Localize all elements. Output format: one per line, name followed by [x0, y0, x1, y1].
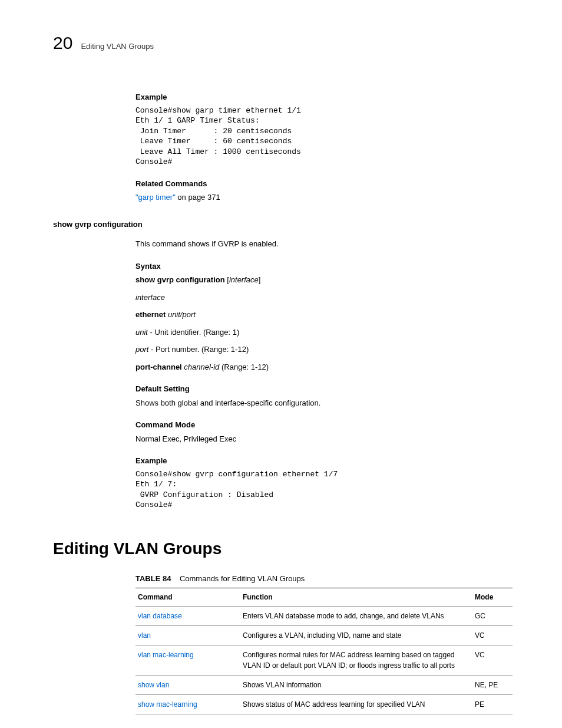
page-header: 20 Editing VLAN Groups	[53, 29, 509, 56]
cmd-mode: NE, PE	[472, 676, 513, 695]
chapter-number: 20	[53, 29, 72, 56]
example-heading-1: Example	[135, 91, 509, 103]
syntax-cmd-bold: show gvrp configuration	[135, 275, 225, 284]
related-commands-heading: Related Commands	[135, 178, 509, 190]
syntax-port: port - Port number. (Range: 1-12)	[135, 344, 509, 355]
syntax-pc-em: channel-id	[182, 363, 220, 371]
command-mode-heading: Command Mode	[135, 419, 509, 431]
table-label: TABLE 84	[135, 574, 171, 583]
default-setting-heading: Default Setting	[135, 383, 509, 395]
command-mode-text: Normal Exec, Privileged Exec	[135, 433, 509, 445]
main-heading: Editing VLAN Groups	[53, 536, 509, 561]
syntax-unit-desc: - Unit identifier. (Range: 1)	[148, 328, 239, 337]
table-caption: TABLE 84 Commands for Editing VLAN Group…	[135, 573, 509, 585]
syntax-interface-em2: interface	[135, 293, 165, 302]
syntax-ethernet-rest: unit/port	[166, 310, 196, 319]
default-setting-text: Shows both global and interface-specific…	[135, 397, 509, 409]
table-caption-text: Commands for Editing VLAN Groups	[180, 574, 305, 583]
related-command-link[interactable]: "garp timer"	[135, 193, 176, 202]
syntax-unit: unit - Unit identifier. (Range: 1)	[135, 327, 509, 338]
table-header-command: Command	[135, 588, 240, 607]
table-row: vlan Configures a VLAN, including VID, n…	[135, 626, 513, 645]
syntax-unit-em: unit	[135, 328, 148, 337]
syntax-pc-desc: (Range: 1-12)	[219, 363, 269, 371]
syntax-interface-em: interface	[229, 275, 259, 284]
page-content: Example Console#show garp timer ethernet…	[135, 91, 509, 714]
related-commands-line: "garp timer" on page 371	[135, 192, 509, 203]
syntax-ethernet: ethernet unit/port	[135, 309, 509, 321]
syntax-heading: Syntax	[135, 261, 509, 272]
example-heading-2: Example	[135, 455, 509, 467]
command-description: This command shows if GVRP is enabled.	[135, 238, 509, 250]
cmd-func: Enters VLAN database mode to add, change…	[240, 607, 472, 626]
table-row: vlan database Enters VLAN database mode …	[135, 607, 513, 626]
syntax-port-em: port	[135, 345, 148, 354]
cmd-func: Configures a VLAN, including VID, name a…	[240, 626, 472, 645]
commands-table: Command Function Mode vlan database Ente…	[135, 588, 513, 714]
cmd-func: Shows status of MAC address learning for…	[240, 695, 472, 714]
cmd-link[interactable]: show mac-learning	[138, 700, 197, 709]
cmd-mode: VC	[472, 626, 513, 645]
syntax-ethernet-bold: ethernet	[135, 310, 166, 319]
table-header-row: Command Function Mode	[135, 588, 513, 607]
cmd-link[interactable]: vlan database	[138, 612, 182, 620]
cmd-link[interactable]: show vlan	[138, 681, 169, 689]
syntax-interface: interface	[135, 292, 509, 304]
syntax-line: show gvrp configuration [interface]	[135, 274, 509, 286]
table-row: show vlan Shows VLAN information NE, PE	[135, 676, 513, 695]
console-output-2: Console#show gvrp configuration ethernet…	[135, 469, 509, 510]
table-header-mode: Mode	[472, 588, 513, 607]
syntax-pc-bold: port-channel	[135, 363, 182, 371]
cmd-mode: VC	[472, 645, 513, 676]
cmd-link[interactable]: vlan	[138, 631, 151, 640]
table-row: vlan mac-learning Configures normal rule…	[135, 645, 513, 676]
table-row: show mac-learning Shows status of MAC ad…	[135, 695, 513, 714]
syntax-port-desc: - Port number. (Range: 1-12)	[148, 345, 249, 354]
console-output-1: Console#show garp timer ethernet 1/1 Eth…	[135, 106, 509, 167]
related-command-rest: on page 371	[176, 193, 220, 202]
syntax-cmd-rest: [interface]	[225, 275, 261, 284]
syntax-portchannel: port-channel channel-id (Range: 1-12)	[135, 361, 509, 373]
command-name-heading: show gvrp configuration	[53, 219, 509, 230]
cmd-mode: PE	[472, 695, 513, 714]
cmd-mode: GC	[472, 607, 513, 626]
table-header-function: Function	[240, 588, 472, 607]
chapter-title: Editing VLAN Groups	[81, 41, 154, 52]
cmd-func: Configures normal rules for MAC address …	[240, 645, 472, 676]
cmd-link[interactable]: vlan mac-learning	[138, 651, 194, 659]
cmd-func: Shows VLAN information	[240, 676, 472, 695]
